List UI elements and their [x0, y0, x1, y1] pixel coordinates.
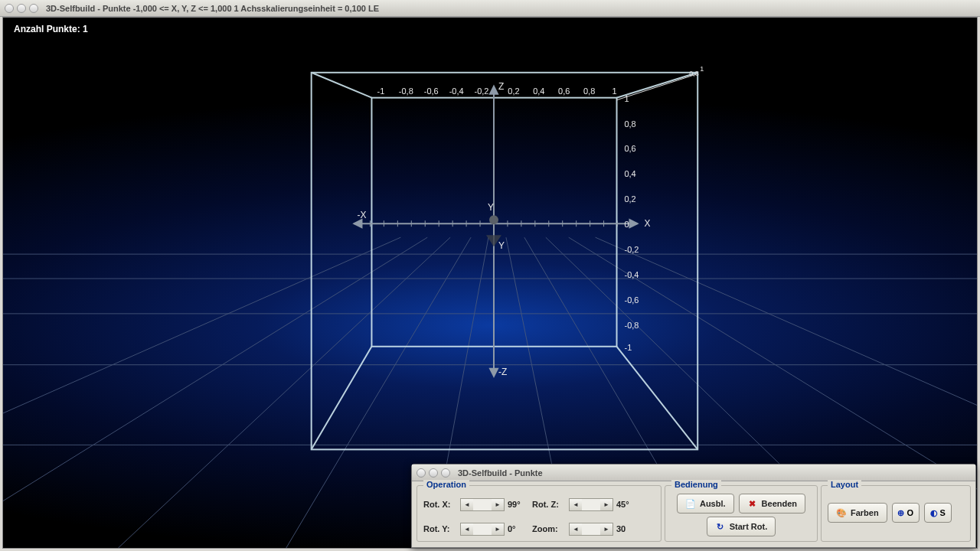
panel-window-button-3[interactable] — [441, 468, 450, 478]
tick-z: 0,2 — [624, 194, 635, 204]
arrow-right-icon[interactable]: ► — [600, 523, 612, 535]
svg-point-45 — [489, 215, 498, 224]
arrow-left-icon[interactable]: ◄ — [570, 523, 582, 535]
group-layout: Layout 🎨 Farben ⊕ O ◐ S — [821, 485, 971, 542]
arrow-left-icon[interactable]: ◄ — [570, 499, 582, 510]
layout-s-label: S — [940, 508, 946, 517]
rotz-scroll[interactable]: ◄► — [569, 498, 613, 511]
group-operation-title: Operation — [423, 480, 469, 489]
tick-z: -0,4 — [624, 270, 639, 279]
arrow-right-icon[interactable]: ► — [492, 499, 504, 510]
roty-label: Rot. Y: — [423, 524, 457, 533]
svg-line-1 — [3, 237, 427, 548]
layout-o-label: O — [906, 508, 913, 517]
axis-label-x-neg: -X — [358, 210, 367, 220]
tick-x: -0,6 — [424, 86, 439, 96]
layout-o-button[interactable]: ⊕ O — [892, 503, 920, 523]
svg-marker-25 — [490, 86, 498, 94]
window-title: 3D-Selfbuild - Punkte -1,000 <= X, Y, Z … — [46, 4, 379, 13]
arrow-right-icon[interactable]: ► — [492, 523, 504, 535]
group-layout-title: Layout — [828, 480, 861, 489]
beenden-label: Beenden — [762, 499, 797, 508]
svg-line-17 — [312, 73, 372, 98]
panel-title: 3D-Selfbuild - Punkte — [458, 468, 543, 478]
close-icon: ✖ — [747, 498, 758, 509]
tick-x: 0,2 — [508, 86, 519, 96]
rotx-label: Rot. X: — [423, 500, 457, 509]
axis-label-z-pos: Z — [498, 81, 504, 92]
group-bedienung-title: Bedienung — [671, 480, 721, 489]
rotz-label: Rot. Z: — [532, 500, 566, 509]
group-bedienung: Bedienung 📄 Ausbl. ✖ Beenden ↻ — [665, 485, 818, 542]
farben-button[interactable]: 🎨 Farben — [828, 503, 887, 523]
svg-marker-22 — [629, 220, 637, 227]
tick-z: -0,6 — [624, 295, 639, 305]
axis-label-x-pos: X — [644, 218, 650, 229]
tick-x: 0,4 — [533, 86, 544, 96]
tick-z: -0,8 — [624, 321, 639, 330]
layout-s-button[interactable]: ◐ S — [924, 503, 952, 523]
ausbl-button[interactable]: 📄 Ausbl. — [677, 494, 734, 514]
zoom-scroll[interactable]: ◄► — [569, 523, 613, 536]
axis-label-y-pos: Y — [488, 202, 494, 213]
control-panel-window[interactable]: 3D-Selfbuild - Punkte Operation Rot. X: … — [411, 464, 976, 548]
svg-line-2 — [118, 237, 450, 548]
window-button-2[interactable] — [17, 4, 26, 13]
axis-label-y-neg: Y — [498, 240, 505, 251]
svg-line-20 — [617, 347, 698, 450]
svg-line-19 — [312, 347, 372, 450]
tick-z: -0,2 — [624, 245, 639, 254]
target-icon: ⊕ — [897, 508, 904, 518]
tick-y: 0,8 — [689, 70, 698, 77]
window-button-3[interactable] — [29, 4, 38, 13]
tick-x: -1 — [377, 86, 385, 96]
tick-x: 0,6 — [558, 86, 570, 96]
rotx-scroll[interactable]: ◄► — [460, 498, 505, 511]
refresh-icon: ↻ — [715, 521, 726, 532]
tick-x: -0,8 — [399, 86, 413, 96]
arrow-right-icon[interactable]: ► — [600, 499, 612, 510]
globe-icon: ◐ — [930, 508, 938, 518]
panel-window-button-1[interactable] — [416, 468, 426, 478]
main-window: 3D-Selfbuild - Punkte -1,000 <= X, Y, Z … — [0, 0, 980, 551]
tick-y: 1 — [700, 65, 704, 73]
tick-z: 0,4 — [624, 169, 635, 178]
main-titlebar[interactable]: 3D-Selfbuild - Punkte -1,000 <= X, Y, Z … — [0, 0, 980, 17]
tick-x: 0,8 — [583, 86, 595, 96]
tick-z: -1 — [624, 343, 632, 352]
panel-titlebar[interactable]: 3D-Selfbuild - Punkte — [412, 465, 975, 481]
beenden-button[interactable]: ✖ Beenden — [739, 494, 805, 514]
group-operation: Operation Rot. X: ◄► 99° Rot. Z: ◄► 45° … — [416, 485, 662, 542]
rotx-value: 99° — [508, 500, 529, 509]
svg-line-0 — [3, 237, 400, 548]
tick-x: 1 — [612, 86, 616, 96]
tick-z: 0,6 — [624, 144, 635, 153]
panel-window-button-2[interactable] — [429, 468, 438, 478]
rotz-value: 45° — [616, 500, 638, 509]
zoom-label: Zoom: — [532, 524, 566, 533]
palette-icon: 🎨 — [836, 507, 847, 518]
start-rot-button[interactable]: ↻ Start Rot. — [707, 517, 776, 536]
tick-z: 1 — [624, 94, 629, 103]
tick-z: 0 — [624, 220, 629, 229]
ausbl-label: Ausbl. — [700, 499, 726, 508]
window-button-1[interactable] — [5, 4, 14, 13]
axis-label-z-neg: -Z — [498, 367, 507, 377]
document-icon: 📄 — [685, 498, 696, 509]
tick-z: 0,8 — [624, 119, 635, 129]
zoom-value: 30 — [616, 524, 638, 533]
roty-scroll[interactable]: ◄► — [460, 523, 505, 536]
svg-rect-15 — [312, 73, 698, 450]
start-rot-label: Start Rot. — [730, 522, 768, 531]
svg-line-47 — [617, 74, 697, 100]
farben-label: Farben — [851, 508, 879, 517]
tick-x: -0,4 — [449, 86, 464, 96]
roty-value: 0° — [508, 524, 529, 533]
arrow-left-icon[interactable]: ◄ — [461, 499, 473, 510]
arrow-left-icon[interactable]: ◄ — [461, 523, 473, 535]
tick-x: -0,2 — [475, 86, 489, 96]
svg-marker-26 — [490, 369, 498, 377]
svg-marker-23 — [354, 220, 362, 227]
panel-body: Operation Rot. X: ◄► 99° Rot. Z: ◄► 45° … — [412, 481, 975, 546]
